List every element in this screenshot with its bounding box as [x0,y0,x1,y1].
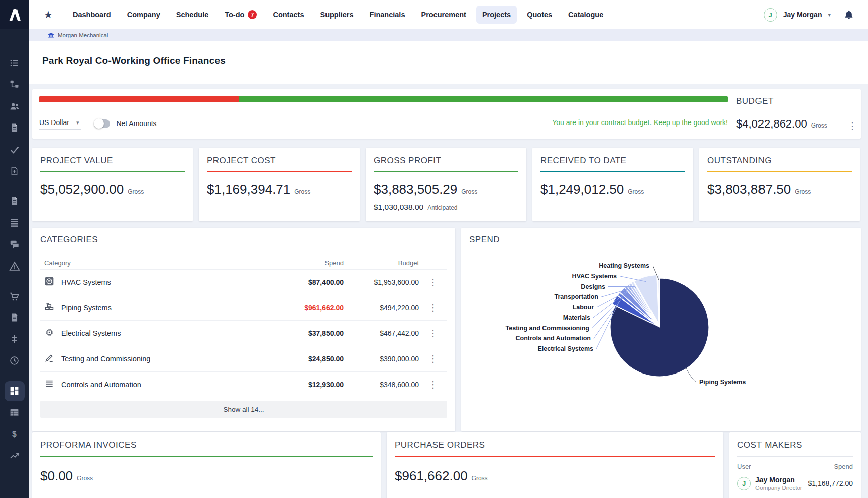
category-kebab-menu[interactable]: ⋮ [425,302,441,314]
categories-title: CATEGORIES [40,235,447,245]
cost-maker-role: Company Director [755,485,802,491]
sidebar-item-rows[interactable] [0,212,29,233]
net-amounts-toggle[interactable] [94,119,110,128]
sidebar-item-document[interactable] [0,117,29,139]
pie-label: Electrical Systems [538,345,594,352]
category-row-testing-and-commissioning[interactable]: Testing and Commissioning$24,850.00$390,… [40,346,447,371]
sidebar-item-dollar[interactable]: $ [0,423,29,445]
category-budget: $390,000.00 [344,355,419,363]
tab-company[interactable]: Company [121,6,166,24]
show-all-button[interactable]: Show all 14... [40,401,447,418]
sidebar-item-list[interactable] [0,52,29,74]
app-logo[interactable] [0,0,29,29]
sidebar-item-check[interactable] [0,139,29,160]
tune-icon [9,334,20,344]
sidebar-item-dashboard[interactable] [0,380,29,402]
tab-procurement[interactable]: Procurement [415,6,472,24]
tab-to-do[interactable]: To-do7 [219,5,263,24]
tab-suppliers[interactable]: Suppliers [314,6,359,24]
title-band: Park Royal Co-Working Office Finances [29,41,868,84]
sidebar-item-cart[interactable] [0,285,29,307]
category-budget: $494,220.00 [344,304,419,312]
stat-title: PROJECT VALUE [40,156,185,166]
purchase-orders-unit: Gross [472,475,488,482]
category-kebab-menu[interactable]: ⋮ [425,353,441,365]
cost-maker-name: Jay Morgan [755,476,802,484]
sidebar-item-users[interactable] [0,95,29,117]
category-row-hvac-systems[interactable]: HVAC Systems$87,400.00$1,953,600.00⋮ [40,269,447,295]
sidebar-item-hierarchy[interactable] [0,74,29,95]
sidebar-item-clock[interactable] [0,350,29,371]
cost-maker-row[interactable]: J Jay Morgan Company Director $1,168,772… [737,476,853,491]
sidebar-item-trend[interactable] [0,445,29,466]
sidebar-item-table[interactable] [0,402,29,423]
tab-projects[interactable]: Projects [476,6,517,24]
proforma-invoices-panel: PROFORMA INVOICES $0.00 Gross [32,432,381,498]
category-budget: $1,953,600.00 [344,278,419,286]
category-kebab-menu[interactable]: ⋮ [425,276,441,288]
spend-panel: SPEND Heating SystemsHVAC SystemsDesigns… [461,228,861,431]
category-name: Testing and Commissioning [61,355,150,363]
tab-quotes[interactable]: Quotes [521,6,558,24]
header-right: J Jay Morgan ▾ [764,8,854,22]
category-spend: $37,850.00 [258,329,344,337]
sidebar-item-warning[interactable] [0,255,29,277]
category-row-electrical-systems[interactable]: Electrical Systems$37,850.00$467,442.00⋮ [40,320,447,346]
tab-catalogue[interactable]: Catalogue [562,6,609,24]
pie-label: Heating Systems [599,262,649,269]
budget-progress-spent [39,96,239,102]
pie-label: Transportation [554,293,598,300]
tab-schedule[interactable]: Schedule [170,6,214,24]
breadcrumb-company[interactable]: Morgan Mechanical [58,32,108,38]
stat-unit: Gross [128,188,144,195]
clock-icon [9,355,20,366]
stat-amount: $3,803,887.50 [707,182,791,197]
pie-label: Testing and Commissioning [506,325,589,332]
category-kebab-menu[interactable]: ⋮ [425,379,441,391]
budget-label: BUDGET [736,96,854,106]
user-avatar[interactable]: J [764,8,777,22]
todo-count-badge: 7 [248,10,257,19]
stat-unit: Gross [628,188,644,195]
sidebar-item-document[interactable] [0,307,29,328]
budget-kebab-menu[interactable]: ⋮ [845,120,860,132]
tab-label: Procurement [421,11,466,19]
currency-value: US Dollar [39,118,69,127]
sidebar-item-document[interactable] [0,190,29,212]
sidebar-item-chat[interactable] [0,233,29,255]
logo-mark [6,6,23,23]
warning-icon [9,261,20,272]
sidebar-divider [8,281,21,281]
controls-icon [44,379,54,391]
top-header: ★ DashboardCompanyScheduleTo-do7Contacts… [29,0,868,29]
accent-underline [40,456,373,457]
favorite-star-icon[interactable]: ★ [44,10,53,20]
sidebar-divider [8,48,21,48]
accent-underline [207,171,352,172]
stat-card-project-value: PROJECT VALUE$5,052,900.00Gross [32,148,193,221]
category-spend: $87,400.00 [258,278,344,286]
tab-financials[interactable]: Financials [364,6,411,24]
currency-select[interactable]: US Dollar ▾ [39,117,81,130]
category-row-controls-and-automation[interactable]: Controls and Automation$12,930.00$348,60… [40,371,447,397]
tab-contacts[interactable]: Contacts [267,6,310,24]
user-avatar: J [737,477,751,490]
stat-amount: $1,249,012.50 [540,182,624,197]
category-kebab-menu[interactable]: ⋮ [425,327,441,339]
budget-panel: US Dollar ▾ Net Amounts You are in your … [32,89,861,139]
user-name[interactable]: Jay Morgan [783,11,822,19]
tab-label: Dashboard [73,11,111,19]
testing-icon [44,353,54,365]
tab-label: Company [127,11,160,19]
tab-dashboard[interactable]: Dashboard [67,6,117,24]
stat-card-project-cost: PROJECT COST$1,169,394.71Gross [199,148,360,221]
category-budget: $348,600.00 [344,381,419,389]
notifications-bell-icon[interactable] [844,9,854,20]
hvac-icon [44,276,54,288]
sidebar-item-file-upload[interactable] [0,160,29,182]
net-amounts-label: Net Amounts [116,119,156,128]
chevron-down-icon[interactable]: ▾ [828,12,831,18]
stat-unit: Gross [461,188,477,195]
sidebar-item-tune[interactable] [0,328,29,350]
category-row-piping-systems[interactable]: Piping Systems$961,662.00$494,220.00⋮ [40,295,447,320]
